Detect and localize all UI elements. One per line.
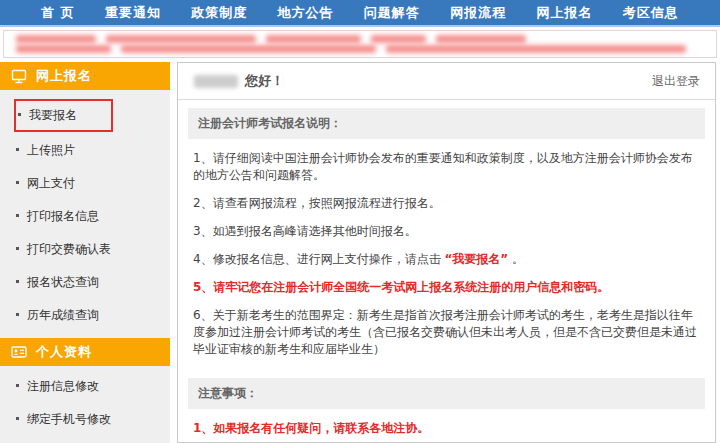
sidebar-item-past-scores-query[interactable]: 历年成绩查询 [14,299,170,332]
id-card-icon [11,345,27,359]
instructions-title-bar: 注册会计师考试报名说明： [188,108,705,139]
nav-item-online-registration[interactable]: 网上报名 [536,4,592,22]
nav-item-faq[interactable]: 问题解答 [364,4,420,22]
sidebar-section-title: 网上报名 [36,67,92,85]
instruction-item-2: 2、请查看网报流程，按照网报流程进行报名。 [193,195,700,212]
sidebar-item-modify-password[interactable]: 用户密码修改 [14,436,170,443]
logout-link[interactable]: 退出登录 [652,73,700,90]
instruction-4-highlight: “我要报名” [444,252,508,266]
sidebar-item-print-registration-info[interactable]: 打印报名信息 [14,200,170,233]
redacted-username [194,75,238,88]
monitor-icon [11,69,27,84]
sidebar-item-i-want-to-register[interactable]: 我要报名 [14,99,113,132]
sidebar-menu-registration: 我要报名 上传照片 网上支付 打印报名信息 打印交费确认表 报名状态查询 历年成… [0,90,170,338]
sidebar-section-title: 个人资料 [36,343,92,361]
notice-banner [3,30,717,58]
instruction-item-5: 5、请牢记您在注册会计师全国统一考试网上报名系统注册的用户信息和密码。 [193,279,700,296]
sidebar-item-print-payment-confirmation[interactable]: 打印交费确认表 [14,233,170,266]
instruction-4-suffix: 。 [508,252,524,266]
nav-item-exam-area-info[interactable]: 考区信息 [623,4,679,22]
nav-item-online-process[interactable]: 网报流程 [450,4,506,22]
sidebar: 网上报名 我要报名 上传照片 网上支付 打印报名信息 打印交费确认表 报名状态查… [0,62,170,443]
sidebar-menu-personal: 注册信息修改 绑定手机号修改 用户密码修改 邮件地址修改 [0,366,170,443]
greeting-text: 您好！ [245,72,284,90]
sidebar-item-upload-photo[interactable]: 上传照片 [14,134,170,167]
instruction-item-1: 1、请仔细阅读中国注册会计师协会发布的重要通知和政策制度，以及地方注册会计师协会… [193,150,700,184]
instruction-item-3: 3、如遇到报名高峰请选择其他时间报名。 [193,223,700,240]
sidebar-item-registration-status-query[interactable]: 报名状态查询 [14,266,170,299]
sidebar-section-personal-info: 个人资料 [0,338,170,366]
nav-item-policies[interactable]: 政策制度 [191,4,247,22]
sidebar-item-modify-registration-info[interactable]: 注册信息修改 [14,370,170,403]
greeting-bar: 您好！ 退出登录 [178,63,715,100]
nav-item-local-announcements[interactable]: 地方公告 [278,4,334,22]
main-content-panel: 您好！ 退出登录 注册会计师考试报名说明： 1、请仔细阅读中国注册会计师协会发布… [177,62,716,443]
sidebar-section-online-registration: 网上报名 [0,62,170,90]
nav-item-important-notices[interactable]: 重要通知 [105,4,161,22]
notes-title-bar: 注意事项： [188,378,705,409]
sidebar-item-modify-bound-phone[interactable]: 绑定手机号修改 [14,403,170,436]
top-navigation: 首 页 重要通知 政策制度 地方公告 问题解答 网报流程 网上报名 考区信息 [0,0,720,27]
redacted-notice-line [16,45,704,53]
sidebar-item-online-payment[interactable]: 网上支付 [14,167,170,200]
note-item-1: 1、如果报名有任何疑问，请联系各地注协。 [193,420,700,437]
instruction-item-6: 6、关于新老考生的范围界定：新考生是指首次报考注册会计师考试的考生，老考生是指以… [193,307,700,358]
nav-item-home[interactable]: 首 页 [41,4,75,22]
instruction-4-prefix: 4、修改报名信息、进行网上支付操作，请点击 [193,252,444,266]
instruction-item-4: 4、修改报名信息、进行网上支付操作，请点击 “我要报名” 。 [193,251,700,268]
redacted-notice-line [16,35,704,43]
